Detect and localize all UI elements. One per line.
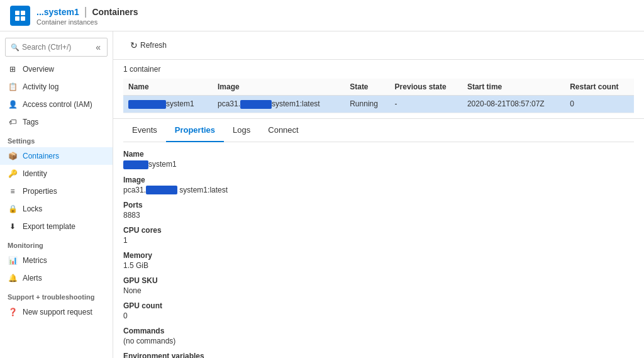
tab-events[interactable]: Events (123, 119, 166, 142)
settings-section-header: Settings (0, 131, 113, 147)
breadcrumb-subtitle: Container instances (36, 18, 138, 26)
prop-gpu-count: GPU count 0 (123, 301, 228, 320)
redacted-image (240, 100, 272, 109)
detail-area: Events Properties Logs Connect Name syst… (113, 119, 644, 358)
sidebar-item-activity-log[interactable]: 📋 Activity log (0, 78, 113, 96)
tab-logs[interactable]: Logs (224, 119, 259, 142)
chart-icon: 📊 (8, 255, 18, 266)
collapse-button[interactable]: « (94, 41, 102, 53)
col-start-time: Start time (462, 79, 565, 96)
prop-env-vars: Environment variables Key Value (123, 352, 228, 358)
support-section-header: Support + troubleshooting (0, 287, 113, 303)
table-row[interactable]: system1 pca31.system1:latest Running - 2… (123, 96, 634, 113)
properties-left-column: Name system1 Image pca31. system1:latest… (123, 150, 228, 358)
cell-restart-count: 0 (565, 96, 634, 113)
question-icon: ❓ (8, 307, 18, 317)
sidebar-item-access-control[interactable]: 👤 Access control (IAM) (0, 96, 113, 113)
prop-gpu-sku: GPU SKU None (123, 276, 228, 295)
container-instances-icon (10, 6, 30, 26)
lock-icon: 🔒 (8, 204, 18, 214)
prop-image: Image pca31. system1:latest (123, 176, 228, 195)
sidebar-item-alerts[interactable]: 🔔 Alerts (0, 269, 113, 287)
detail-tabs: Events Properties Logs Connect (123, 119, 634, 142)
box-icon: 📦 (8, 151, 18, 161)
col-restart-count: Restart count (565, 79, 634, 96)
table-area: 1 container Name Image State Previous st… (113, 60, 644, 119)
cell-previous-state: - (390, 96, 462, 113)
sidebar-item-containers[interactable]: 📦 Containers (0, 147, 113, 165)
cell-state: Running (345, 96, 389, 113)
refresh-icon: ↻ (130, 40, 138, 50)
bars-icon: ≡ (8, 186, 18, 196)
sidebar-item-identity[interactable]: 🔑 Identity (0, 165, 113, 182)
sidebar-item-locks[interactable]: 🔒 Locks (0, 200, 113, 218)
sidebar-item-tags[interactable]: 🏷 Tags (0, 113, 113, 131)
monitoring-section-header: Monitoring (0, 235, 113, 252)
containers-table: Name Image State Previous state Start ti… (123, 79, 634, 113)
breadcrumb-title[interactable]: ...system1 (36, 7, 79, 17)
search-icon: 🔍 (11, 43, 19, 52)
toolbar: ↻ Refresh (113, 31, 644, 60)
bell-icon: 🔔 (8, 273, 18, 283)
properties-content: Name system1 Image pca31. system1:latest… (123, 150, 634, 358)
prop-cpu: CPU cores 1 (123, 226, 228, 245)
sidebar-item-overview[interactable]: ⊞ Overview (0, 60, 113, 78)
container-count: 1 container (123, 65, 634, 74)
prop-name: Name system1 (123, 150, 228, 169)
breadcrumb: ...system1 | Containers Container instan… (36, 5, 138, 26)
sidebar-item-properties[interactable]: ≡ Properties (0, 182, 113, 200)
refresh-button[interactable]: ↻ Refresh (123, 36, 174, 54)
svg-rect-3 (21, 16, 25, 21)
search-box[interactable]: 🔍 « (5, 38, 108, 57)
svg-rect-1 (21, 11, 25, 15)
redacted-name (128, 100, 166, 109)
list-icon: 📋 (8, 82, 18, 92)
prop-commands: Commands (no commands) (123, 327, 228, 345)
sidebar-item-export-template[interactable]: ⬇ Export template (0, 218, 113, 235)
tab-properties[interactable]: Properties (166, 119, 224, 142)
breadcrumb-separator: | (84, 5, 87, 18)
top-header: ...system1 | Containers Container instan… (0, 0, 644, 31)
grid-icon: ⊞ (8, 64, 18, 74)
search-input[interactable] (22, 43, 94, 52)
sidebar: 🔍 « ⊞ Overview 📋 Activity log 👤 Access c… (0, 31, 113, 358)
redacted-detail-name (123, 160, 148, 169)
cell-start-time: 2020-08-21T08:57:07Z (462, 96, 565, 113)
sidebar-item-new-support-request[interactable]: ❓ New support request (0, 303, 113, 321)
svg-rect-0 (15, 11, 19, 15)
page-title: Containers (92, 7, 138, 17)
col-previous-state: Previous state (390, 79, 462, 96)
svg-rect-2 (15, 16, 19, 21)
key-icon: 🔑 (8, 169, 18, 179)
download-icon: ⬇ (8, 221, 18, 232)
cell-image: pca31.system1:latest (213, 96, 345, 113)
tag-icon: 🏷 (8, 117, 18, 127)
cell-name: system1 (123, 96, 213, 113)
sidebar-item-metrics[interactable]: 📊 Metrics (0, 252, 113, 269)
content-area: ↻ Refresh 1 container Name Image State P… (113, 31, 644, 358)
main-layout: 🔍 « ⊞ Overview 📋 Activity log 👤 Access c… (0, 31, 644, 358)
prop-ports: Ports 8883 (123, 201, 228, 220)
person-icon: 👤 (8, 99, 18, 109)
col-name: Name (123, 79, 213, 96)
col-state: State (345, 79, 389, 96)
redacted-detail-image (146, 186, 177, 194)
prop-memory: Memory 1.5 GiB (123, 251, 228, 270)
tab-connect[interactable]: Connect (259, 119, 307, 142)
table-header-row: Name Image State Previous state Start ti… (123, 79, 634, 96)
col-image: Image (213, 79, 345, 96)
